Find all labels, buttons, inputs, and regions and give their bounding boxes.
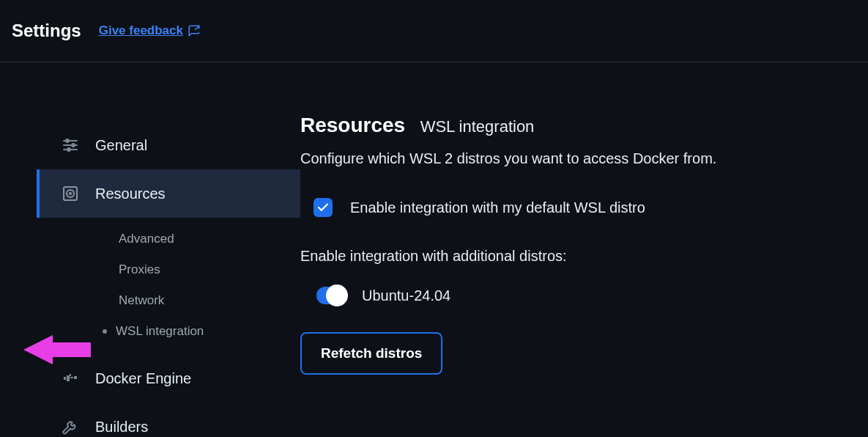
sidebar-subitem-wsl-integration[interactable]: WSL integration — [37, 316, 300, 347]
sidebar-subitem-network[interactable]: Network — [37, 285, 300, 316]
sub-item-label: Proxies — [119, 262, 160, 277]
svg-point-5 — [67, 148, 70, 151]
active-dot-icon — [103, 329, 107, 334]
svg-point-8 — [70, 193, 71, 194]
sub-item-label: Network — [119, 293, 164, 308]
svg-point-3 — [72, 144, 75, 147]
disk-icon — [62, 185, 79, 202]
sidebar-item-resources[interactable]: Resources — [37, 169, 300, 218]
wrench-icon — [62, 418, 79, 436]
give-feedback-link[interactable]: Give feedback — [99, 23, 201, 38]
sliders-icon — [62, 136, 79, 154]
feedback-icon — [188, 24, 201, 37]
sidebar-subitem-proxies[interactable]: Proxies — [37, 254, 300, 285]
sub-item-label: WSL integration — [116, 324, 204, 339]
svg-point-1 — [66, 139, 69, 142]
sidebar-item-label: General — [95, 137, 300, 154]
section-subtitle: WSL integration — [420, 117, 535, 136]
sidebar-subitem-advanced[interactable]: Advanced — [37, 224, 300, 254]
distro-toggle[interactable] — [316, 287, 346, 304]
sidebar-item-label: Resources — [95, 186, 300, 202]
default-distro-row: Enable integration with my default WSL d… — [300, 198, 853, 217]
check-icon — [316, 201, 330, 214]
sidebar-item-label: Builders — [95, 419, 300, 436]
sidebar-item-label: Docker Engine — [95, 370, 300, 387]
settings-main: Resources WSL integration Configure whic… — [300, 62, 868, 437]
sub-item-label: Advanced — [119, 232, 174, 246]
page-title: Settings — [12, 21, 81, 41]
distro-name: Ubuntu-24.04 — [362, 287, 450, 304]
distro-row: Ubuntu-24.04 — [300, 287, 853, 304]
section-description: Configure which WSL 2 distros you want t… — [300, 150, 853, 167]
additional-distros-label: Enable integration with additional distr… — [300, 248, 853, 265]
feedback-link-label: Give feedback — [99, 23, 183, 38]
section-title: Resources — [300, 114, 405, 137]
resources-subnav: Advanced Proxies Network WSL integration — [37, 218, 300, 354]
default-distro-checkbox[interactable] — [314, 198, 333, 217]
settings-header: Settings Give feedback — [0, 0, 868, 62]
svg-rect-9 — [70, 374, 71, 376]
engine-icon — [62, 370, 79, 387]
sidebar-item-builders[interactable]: Builders — [37, 403, 300, 437]
default-distro-label: Enable integration with my default WSL d… — [350, 199, 645, 216]
sidebar-item-general[interactable]: General — [37, 121, 300, 169]
sidebar-item-docker-engine[interactable]: Docker Engine — [37, 354, 300, 403]
settings-sidebar: General Resources Advanced Proxies Netwo… — [0, 62, 300, 437]
refetch-distros-button[interactable]: Refetch distros — [300, 332, 442, 375]
